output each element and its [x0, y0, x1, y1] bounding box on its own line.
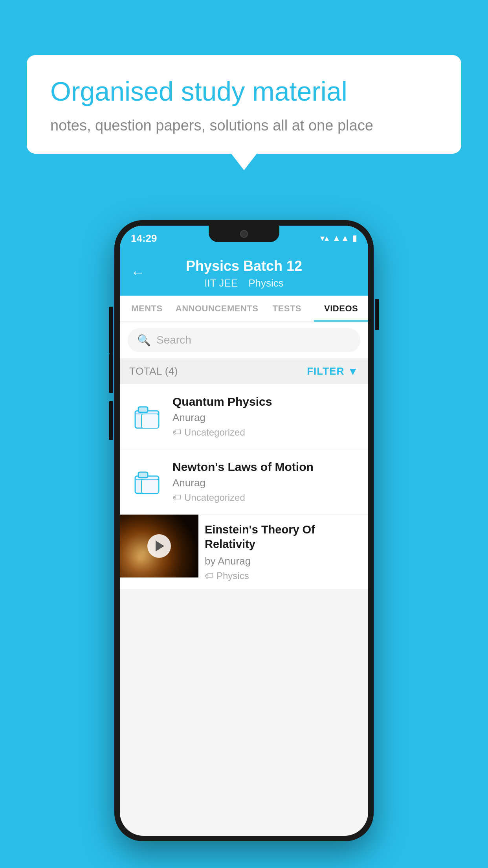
tag-icon: 🏷	[172, 493, 181, 503]
video-title: Quantum Physics	[172, 395, 359, 408]
status-icons: ▾▴ ▲▲ ▮	[320, 233, 357, 243]
bubble-title: Organised study material	[50, 75, 438, 108]
phone-mockup: 14:29 ▾▴ ▲▲ ▮ ← Physics Batch 12 IIT JEE…	[114, 220, 374, 841]
folder-icon-container	[129, 399, 165, 434]
bubble-subtitle: notes, question papers, solutions all at…	[50, 117, 438, 134]
search-box[interactable]: 🔍 Search	[128, 328, 360, 352]
video-list: Quantum Physics Anurag 🏷 Uncategorized	[120, 384, 368, 590]
header-subtitle: IIT JEE Physics	[131, 277, 357, 289]
video-info: Einstein's Theory Of Relativity by Anura…	[198, 515, 368, 589]
video-title: Einstein's Theory Of Relativity	[205, 522, 362, 552]
svg-rect-1	[138, 407, 148, 412]
subject-tag-iitjee: IIT JEE	[204, 277, 238, 289]
tag-icon: 🏷	[172, 427, 181, 438]
signal-icon: ▲▲	[332, 233, 349, 243]
play-triangle-icon	[156, 541, 164, 552]
video-tag: 🏷 Physics	[205, 570, 362, 581]
phone-outer: 14:29 ▾▴ ▲▲ ▮ ← Physics Batch 12 IIT JEE…	[114, 220, 374, 841]
tag-label: Uncategorized	[184, 492, 245, 503]
notch	[209, 226, 279, 242]
video-author: Anurag	[172, 412, 359, 424]
volume-down-button	[109, 401, 113, 440]
back-button[interactable]: ←	[131, 265, 145, 280]
video-tag: 🏷 Uncategorized	[172, 427, 359, 438]
video-info: Quantum Physics Anurag 🏷 Uncategorized	[172, 395, 359, 438]
video-author: by Anurag	[205, 555, 362, 567]
tab-tests[interactable]: TESTS	[260, 296, 314, 322]
search-placeholder: Search	[156, 334, 191, 346]
camera	[240, 230, 248, 238]
filter-bar: TOTAL (4) FILTER ▼	[120, 359, 368, 384]
tag-label: Uncategorized	[184, 427, 245, 438]
svg-rect-5	[141, 479, 159, 493]
tag-label: Physics	[216, 570, 249, 581]
speech-bubble-section: Organised study material notes, question…	[27, 55, 461, 154]
batch-title: Physics Batch 12	[131, 257, 357, 276]
video-thumbnail	[120, 515, 198, 577]
volume-up-button	[109, 354, 113, 393]
subject-tag-physics: Physics	[248, 277, 284, 289]
list-item[interactable]: Newton's Laws of Motion Anurag 🏷 Uncateg…	[120, 449, 368, 515]
filter-icon: ▼	[347, 365, 359, 378]
filter-button[interactable]: FILTER ▼	[307, 365, 359, 378]
total-count: TOTAL (4)	[129, 365, 178, 377]
search-container: 🔍 Search	[120, 322, 368, 359]
svg-rect-2	[141, 414, 159, 428]
video-title: Newton's Laws of Motion	[172, 460, 359, 474]
status-time: 14:29	[131, 232, 157, 245]
video-author: Anurag	[172, 477, 359, 489]
wifi-icon: ▾▴	[320, 233, 329, 243]
video-info: Newton's Laws of Motion Anurag 🏷 Uncateg…	[172, 460, 359, 503]
tab-ments[interactable]: MENTS	[120, 296, 174, 322]
phone-screen: 14:29 ▾▴ ▲▲ ▮ ← Physics Batch 12 IIT JEE…	[120, 226, 368, 836]
speech-bubble: Organised study material notes, question…	[27, 55, 461, 154]
folder-icon-container	[129, 464, 165, 499]
battery-icon: ▮	[352, 233, 357, 243]
app-header: ← Physics Batch 12 IIT JEE Physics	[120, 249, 368, 296]
tab-videos[interactable]: VIDEOS	[314, 296, 368, 322]
tag-icon: 🏷	[205, 571, 213, 581]
search-icon: 🔍	[137, 334, 151, 347]
list-item[interactable]: Einstein's Theory Of Relativity by Anura…	[120, 515, 368, 590]
filter-label: FILTER	[307, 365, 344, 377]
tab-announcements[interactable]: ANNOUNCEMENTS	[174, 296, 260, 322]
folder-icon	[133, 402, 161, 430]
svg-rect-4	[138, 472, 148, 478]
video-tag: 🏷 Uncategorized	[172, 492, 359, 503]
list-item[interactable]: Quantum Physics Anurag 🏷 Uncategorized	[120, 384, 368, 449]
folder-icon	[133, 467, 161, 496]
tab-bar: MENTS ANNOUNCEMENTS TESTS VIDEOS	[120, 296, 368, 322]
play-button[interactable]	[147, 534, 171, 558]
